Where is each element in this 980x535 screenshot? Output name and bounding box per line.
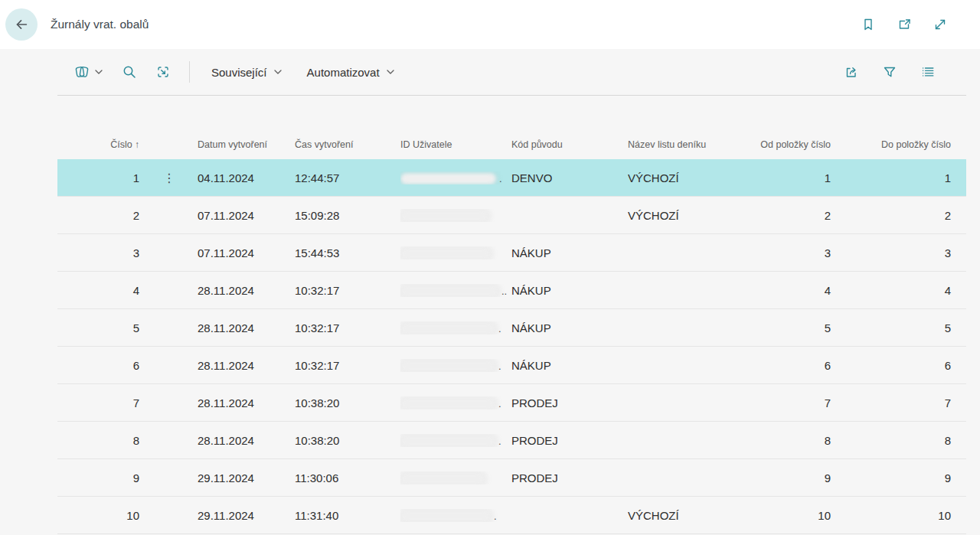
cell-from-entry-no[interactable]: 3 (750, 246, 835, 259)
journal-number-link[interactable]: 5 (133, 321, 139, 334)
cell-user-id[interactable]: . (400, 509, 511, 522)
cell-number[interactable]: 7 (57, 396, 145, 409)
cell-to-entry-no[interactable]: 2 (835, 209, 966, 222)
table-row[interactable]: 728.11.202410:38:20.PRODEJ77 (57, 384, 966, 422)
table-row[interactable]: 528.11.202410:32:17.NÁKUP55 (57, 309, 966, 347)
journal-number-link[interactable]: 7 (133, 396, 139, 409)
cell-user-id[interactable]: . (400, 396, 511, 409)
analyze-button[interactable] (146, 58, 180, 86)
cell-number[interactable]: 4 (57, 284, 145, 297)
cell-time-created[interactable]: 10:32:17 (295, 321, 400, 334)
cell-date-created[interactable]: 28.11.2024 (193, 359, 295, 372)
cell-origin-code[interactable]: PRODEJ (511, 396, 628, 409)
cell-to-entry-no[interactable]: 9 (835, 471, 966, 484)
table-row[interactable]: 207.11.202415:09:28VÝCHOZÍ22 (57, 197, 966, 234)
menu-automate[interactable]: Automatizovat (295, 58, 407, 86)
cell-date-created[interactable]: 28.11.2024 (193, 284, 295, 297)
cell-number[interactable]: 6 (57, 359, 145, 372)
cell-user-id[interactable]: .. (400, 284, 511, 297)
table-row[interactable]: 1029.11.202411:31:40.VÝCHOZÍ1010 (57, 497, 966, 534)
cell-user-id[interactable]: . (400, 171, 511, 184)
journal-number-link[interactable]: 2 (133, 209, 139, 222)
journal-number-link[interactable]: 8 (133, 434, 139, 447)
table-row[interactable]: 307.11.202415:44:53NÁKUP33 (57, 234, 966, 272)
cell-date-created[interactable]: 28.11.2024 (193, 396, 295, 409)
table-row[interactable]: 828.11.202410:38:20.PRODEJ88 (57, 422, 966, 459)
cell-number[interactable]: 2 (57, 209, 145, 222)
cell-to-entry-no[interactable]: 1 (835, 171, 966, 184)
cell-number[interactable]: 3 (57, 246, 145, 259)
choose-columns-button[interactable] (920, 64, 936, 80)
cell-to-entry-no[interactable]: 5 (835, 321, 966, 334)
column-header-origin-code[interactable]: Kód původu (511, 139, 628, 159)
journal-number-link[interactable]: 9 (133, 471, 139, 484)
views-button[interactable] (65, 58, 113, 86)
row-options-icon[interactable]: ⋮ (163, 171, 175, 184)
cell-to-entry-no[interactable]: 6 (835, 359, 966, 372)
cell-user-id[interactable] (400, 209, 511, 222)
cell-journal-batch-name[interactable]: VÝCHOZÍ (628, 509, 750, 522)
column-header-user-id[interactable]: ID Uživatele (400, 139, 511, 159)
cell-from-entry-no[interactable]: 9 (750, 471, 835, 484)
cell-from-entry-no[interactable]: 10 (750, 509, 835, 522)
cell-time-created[interactable]: 10:32:17 (295, 359, 400, 372)
expand-button[interactable] (933, 17, 948, 32)
cell-date-created[interactable]: 29.11.2024 (193, 509, 295, 522)
column-header-journal-batch-name[interactable]: Název listu deníku (628, 139, 750, 159)
cell-time-created[interactable]: 15:44:53 (295, 246, 400, 259)
table-row[interactable]: 929.11.202411:30:06PRODEJ99 (57, 459, 966, 497)
journal-number-link[interactable]: 3 (133, 246, 139, 259)
search-button[interactable] (113, 58, 146, 86)
cell-date-created[interactable]: 07.11.2024 (193, 246, 295, 259)
cell-number[interactable]: 9 (57, 471, 145, 484)
table-row[interactable]: 428.11.202410:32:17..NÁKUP44 (57, 272, 966, 309)
share-button[interactable] (844, 64, 859, 80)
bookmark-button[interactable] (861, 17, 876, 32)
cell-time-created[interactable]: 10:38:20 (295, 396, 400, 409)
cell-date-created[interactable]: 28.11.2024 (193, 321, 295, 334)
cell-time-created[interactable]: 10:32:17 (295, 284, 400, 297)
cell-row-menu[interactable]: ⋮ (145, 171, 193, 184)
cell-journal-batch-name[interactable]: VÝCHOZÍ (628, 171, 750, 184)
cell-time-created[interactable]: 10:38:20 (295, 434, 400, 447)
cell-user-id[interactable] (400, 471, 511, 484)
cell-user-id[interactable]: . (400, 434, 511, 447)
cell-from-entry-no[interactable]: 5 (750, 321, 835, 334)
cell-from-entry-no[interactable]: 2 (750, 209, 835, 222)
column-header-to-entry-no[interactable]: Do položky číslo (835, 139, 966, 159)
filter-button[interactable] (882, 64, 897, 80)
journal-number-link[interactable]: 6 (133, 359, 139, 372)
journal-number-link[interactable]: 1 (133, 171, 139, 184)
cell-date-created[interactable]: 04.11.2024 (193, 171, 295, 184)
cell-user-id[interactable]: . (400, 321, 511, 334)
open-in-new-window-button[interactable] (897, 17, 912, 32)
cell-user-id[interactable]: . (400, 359, 511, 372)
cell-time-created[interactable]: 15:09:28 (295, 209, 400, 222)
cell-number[interactable]: 1 (57, 171, 145, 184)
cell-origin-code[interactable]: PRODEJ (511, 434, 628, 447)
cell-time-created[interactable]: 11:30:06 (295, 471, 400, 484)
cell-journal-batch-name[interactable]: VÝCHOZÍ (628, 209, 750, 222)
column-header-number[interactable]: Číslo ↑ (57, 139, 145, 159)
cell-from-entry-no[interactable]: 6 (750, 359, 835, 372)
cell-date-created[interactable]: 28.11.2024 (193, 434, 295, 447)
cell-time-created[interactable]: 12:44:57 (295, 171, 400, 184)
cell-origin-code[interactable]: PRODEJ (511, 471, 628, 484)
cell-from-entry-no[interactable]: 1 (750, 171, 835, 184)
column-header-date-created[interactable]: Datum vytvoření (193, 139, 295, 159)
column-header-from-entry-no[interactable]: Od položky číslo (750, 139, 835, 159)
cell-origin-code[interactable]: DENVO (511, 171, 628, 184)
cell-to-entry-no[interactable]: 8 (835, 434, 966, 447)
journal-number-link[interactable]: 10 (126, 509, 139, 522)
cell-origin-code[interactable]: NÁKUP (511, 359, 628, 372)
cell-number[interactable]: 5 (57, 321, 145, 334)
cell-from-entry-no[interactable]: 8 (750, 434, 835, 447)
cell-to-entry-no[interactable]: 4 (835, 284, 966, 297)
cell-origin-code[interactable]: NÁKUP (511, 246, 628, 259)
cell-origin-code[interactable]: NÁKUP (511, 321, 628, 334)
cell-from-entry-no[interactable]: 4 (750, 284, 835, 297)
journal-number-link[interactable]: 4 (133, 284, 139, 297)
cell-user-id[interactable] (400, 246, 511, 259)
cell-date-created[interactable]: 07.11.2024 (193, 209, 295, 222)
cell-date-created[interactable]: 29.11.2024 (193, 471, 295, 484)
